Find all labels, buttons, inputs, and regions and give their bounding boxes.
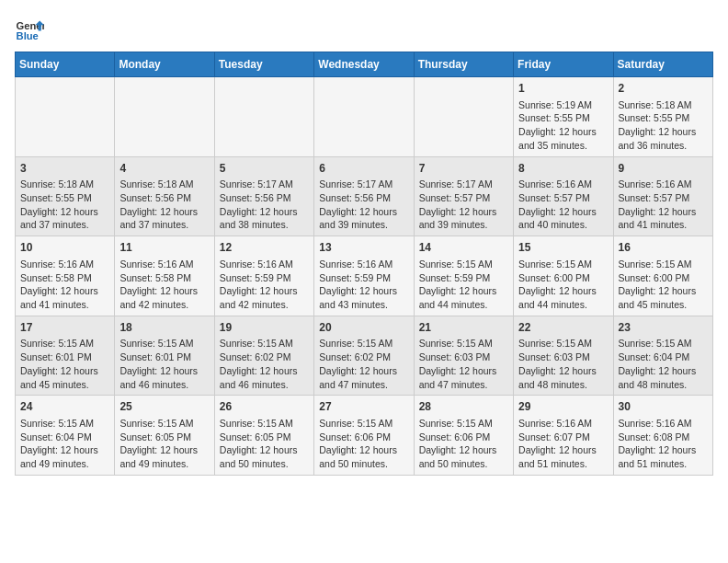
day-number: 28 bbox=[419, 399, 508, 415]
calendar-cell: 24Sunrise: 5:15 AMSunset: 6:04 PMDayligh… bbox=[16, 396, 115, 476]
calendar-cell: 16Sunrise: 5:15 AMSunset: 6:00 PMDayligh… bbox=[613, 236, 712, 316]
calendar-cell: 5Sunrise: 5:17 AMSunset: 5:56 PMDaylight… bbox=[214, 156, 313, 236]
day-info-line: Sunset: 5:58 PM bbox=[119, 271, 209, 285]
calendar-cell: 22Sunrise: 5:15 AMSunset: 6:03 PMDayligh… bbox=[514, 316, 613, 396]
day-number: 10 bbox=[20, 240, 109, 256]
day-info-line: Sunset: 6:00 PM bbox=[619, 271, 708, 285]
calendar-cell: 17Sunrise: 5:15 AMSunset: 6:01 PMDayligh… bbox=[16, 316, 115, 396]
day-info-line: Sunrise: 5:17 AM bbox=[220, 178, 309, 191]
day-info-line: Daylight: 12 hours and 36 minutes. bbox=[619, 125, 708, 152]
day-info-line: Sunrise: 5:15 AM bbox=[419, 337, 508, 350]
day-info-line: Daylight: 12 hours and 47 minutes. bbox=[419, 364, 508, 391]
day-info-line: Sunset: 5:59 PM bbox=[319, 271, 408, 285]
calendar-cell: 7Sunrise: 5:17 AMSunset: 5:57 PMDaylight… bbox=[414, 156, 513, 236]
day-info-line: Daylight: 12 hours and 44 minutes. bbox=[518, 284, 608, 311]
day-info-line: Sunrise: 5:16 AM bbox=[518, 178, 608, 191]
calendar-body: 1Sunrise: 5:19 AMSunset: 5:55 PMDaylight… bbox=[16, 77, 713, 476]
day-info-line: Daylight: 12 hours and 45 minutes. bbox=[619, 284, 708, 311]
day-info-line: Sunrise: 5:15 AM bbox=[20, 337, 109, 350]
day-info-line: Sunset: 5:57 PM bbox=[518, 191, 608, 205]
day-info-line: Daylight: 12 hours and 42 minutes. bbox=[220, 284, 309, 311]
day-info-line: Sunrise: 5:16 AM bbox=[619, 417, 708, 431]
calendar-cell: 27Sunrise: 5:15 AMSunset: 6:06 PMDayligh… bbox=[314, 396, 414, 476]
logo-icon: General Blue bbox=[15, 15, 44, 44]
calendar-cell: 4Sunrise: 5:18 AMSunset: 5:56 PMDaylight… bbox=[115, 156, 214, 236]
day-info-line: Daylight: 12 hours and 39 minutes. bbox=[419, 205, 508, 232]
day-info-line: Sunrise: 5:16 AM bbox=[20, 258, 109, 271]
day-info-line: Sunset: 5:55 PM bbox=[619, 111, 708, 125]
day-info-line: Sunset: 6:06 PM bbox=[319, 431, 408, 444]
day-info-line: Sunrise: 5:16 AM bbox=[619, 178, 708, 191]
day-number: 24 bbox=[20, 399, 109, 415]
calendar-cell: 29Sunrise: 5:16 AMSunset: 6:07 PMDayligh… bbox=[514, 396, 613, 476]
calendar-cell: 1Sunrise: 5:19 AMSunset: 5:55 PMDaylight… bbox=[514, 77, 613, 157]
day-info-line: Sunrise: 5:18 AM bbox=[20, 178, 109, 191]
day-number: 15 bbox=[518, 240, 608, 256]
day-info-line: Sunset: 5:57 PM bbox=[619, 191, 708, 205]
calendar-table: SundayMondayTuesdayWednesdayThursdayFrid… bbox=[15, 52, 713, 476]
day-info-line: Sunrise: 5:16 AM bbox=[119, 258, 209, 271]
day-info-line: Daylight: 12 hours and 43 minutes. bbox=[319, 284, 408, 311]
day-info-line: Daylight: 12 hours and 48 minutes. bbox=[619, 364, 708, 391]
calendar-cell: 12Sunrise: 5:16 AMSunset: 5:59 PMDayligh… bbox=[214, 236, 313, 316]
day-info-line: Sunset: 5:59 PM bbox=[220, 271, 309, 285]
calendar-cell bbox=[414, 77, 513, 157]
logo: General Blue bbox=[15, 15, 48, 44]
day-info-line: Sunrise: 5:16 AM bbox=[220, 258, 309, 271]
calendar-cell: 25Sunrise: 5:15 AMSunset: 6:05 PMDayligh… bbox=[115, 396, 214, 476]
day-info-line: Sunset: 5:58 PM bbox=[20, 271, 109, 285]
day-info-line: Sunset: 5:56 PM bbox=[220, 191, 309, 205]
day-info-line: Sunrise: 5:15 AM bbox=[518, 258, 608, 271]
day-info-line: Sunrise: 5:16 AM bbox=[319, 258, 408, 271]
day-info-line: Daylight: 12 hours and 46 minutes. bbox=[220, 364, 309, 391]
calendar-cell: 18Sunrise: 5:15 AMSunset: 6:01 PMDayligh… bbox=[115, 316, 214, 396]
calendar-week-3: 10Sunrise: 5:16 AMSunset: 5:58 PMDayligh… bbox=[16, 236, 713, 316]
day-number: 20 bbox=[319, 320, 408, 336]
day-number: 26 bbox=[220, 399, 309, 415]
day-info-line: Sunset: 6:00 PM bbox=[518, 271, 608, 285]
calendar-week-5: 24Sunrise: 5:15 AMSunset: 6:04 PMDayligh… bbox=[16, 396, 713, 476]
day-info-line: Daylight: 12 hours and 45 minutes. bbox=[20, 364, 109, 391]
calendar-cell: 19Sunrise: 5:15 AMSunset: 6:02 PMDayligh… bbox=[214, 316, 313, 396]
svg-text:Blue: Blue bbox=[17, 30, 39, 41]
calendar-cell: 28Sunrise: 5:15 AMSunset: 6:06 PMDayligh… bbox=[414, 396, 513, 476]
day-number: 13 bbox=[319, 240, 408, 256]
day-info-line: Sunset: 5:57 PM bbox=[419, 191, 508, 205]
day-info-line: Sunset: 6:04 PM bbox=[20, 431, 109, 444]
calendar-cell: 8Sunrise: 5:16 AMSunset: 5:57 PMDaylight… bbox=[514, 156, 613, 236]
calendar-cell: 10Sunrise: 5:16 AMSunset: 5:58 PMDayligh… bbox=[16, 236, 115, 316]
day-info-line: Sunrise: 5:15 AM bbox=[20, 417, 109, 431]
day-info-line: Daylight: 12 hours and 46 minutes. bbox=[119, 364, 209, 391]
day-number: 19 bbox=[220, 320, 309, 336]
day-number: 18 bbox=[119, 320, 209, 336]
day-info-line: Sunset: 6:05 PM bbox=[119, 431, 209, 444]
weekday-header-tuesday: Tuesday bbox=[214, 52, 313, 77]
day-number: 7 bbox=[419, 161, 508, 177]
calendar-header: SundayMondayTuesdayWednesdayThursdayFrid… bbox=[16, 52, 713, 77]
day-number: 23 bbox=[619, 320, 708, 336]
day-info-line: Sunrise: 5:18 AM bbox=[119, 178, 209, 191]
day-number: 14 bbox=[419, 240, 508, 256]
day-info-line: Sunset: 5:55 PM bbox=[518, 111, 608, 125]
weekday-header-friday: Friday bbox=[514, 52, 613, 77]
day-info-line: Sunrise: 5:15 AM bbox=[518, 337, 608, 350]
day-number: 29 bbox=[518, 399, 608, 415]
day-info-line: Sunset: 6:06 PM bbox=[419, 431, 508, 444]
day-info-line: Sunrise: 5:15 AM bbox=[119, 337, 209, 350]
day-info-line: Daylight: 12 hours and 50 minutes. bbox=[419, 443, 508, 470]
day-info-line: Daylight: 12 hours and 50 minutes. bbox=[220, 443, 309, 470]
day-info-line: Daylight: 12 hours and 41 minutes. bbox=[20, 284, 109, 311]
weekday-header-monday: Monday bbox=[115, 52, 214, 77]
day-number: 8 bbox=[518, 161, 608, 177]
day-number: 16 bbox=[619, 240, 708, 256]
calendar-cell bbox=[214, 77, 313, 157]
day-info-line: Sunrise: 5:17 AM bbox=[319, 178, 408, 191]
calendar-cell: 9Sunrise: 5:16 AMSunset: 5:57 PMDaylight… bbox=[613, 156, 712, 236]
calendar-week-4: 17Sunrise: 5:15 AMSunset: 6:01 PMDayligh… bbox=[16, 316, 713, 396]
day-info-line: Daylight: 12 hours and 40 minutes. bbox=[518, 205, 608, 232]
day-info-line: Daylight: 12 hours and 42 minutes. bbox=[119, 284, 209, 311]
calendar-cell: 3Sunrise: 5:18 AMSunset: 5:55 PMDaylight… bbox=[16, 156, 115, 236]
calendar-cell: 23Sunrise: 5:15 AMSunset: 6:04 PMDayligh… bbox=[613, 316, 712, 396]
day-info-line: Sunset: 6:05 PM bbox=[220, 431, 309, 444]
weekday-header-saturday: Saturday bbox=[613, 52, 712, 77]
